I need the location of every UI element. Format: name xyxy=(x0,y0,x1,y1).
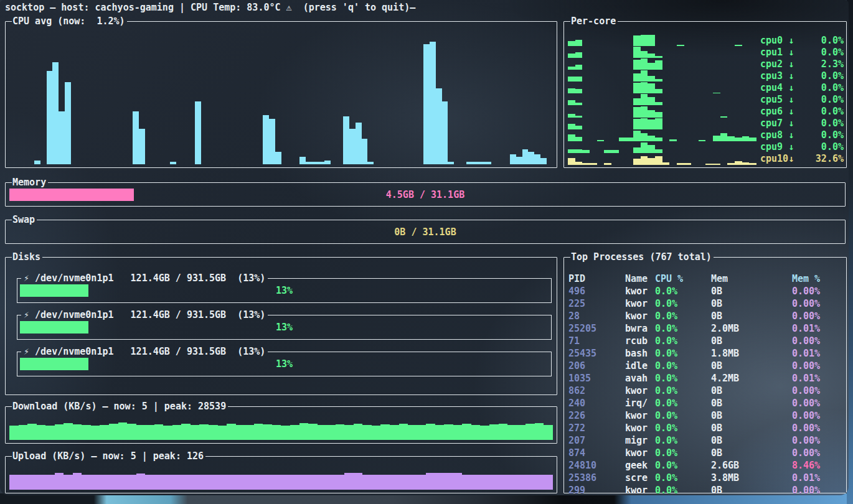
download-title: Download (KB/s) — now: 5 | peak: 28539 xyxy=(12,401,228,412)
cpu-history-bar xyxy=(522,149,529,164)
process-mem-pct: 0.00% xyxy=(792,422,844,434)
processes-panel: Top Processes (767 total) PIDNameCPU %Me… xyxy=(563,251,847,493)
process-mem-pct: 0.00% xyxy=(792,447,844,459)
process-cpu-pct: 0.0% xyxy=(655,385,711,397)
core-history-bar xyxy=(749,163,756,165)
core-history-bar xyxy=(641,35,648,46)
core-label-cpu5: cpu5↓ 0.0% xyxy=(760,94,844,105)
process-mem-pct: 0.01% xyxy=(792,347,844,360)
download-history-bar xyxy=(308,424,318,440)
cpu-history-bar xyxy=(299,157,306,164)
process-column-header: Name xyxy=(625,273,655,285)
process-pid: 71 xyxy=(568,335,625,347)
process-pid: 272 xyxy=(568,422,625,434)
process-pid: 206 xyxy=(568,360,625,372)
download-history-bar xyxy=(290,425,299,440)
cpu-history-bar xyxy=(318,162,324,164)
cpu-history-bar xyxy=(436,88,442,164)
core-name: cpu3 xyxy=(760,70,788,82)
terminal-window[interactable]: socktop — host: cachyos-gaming | CPU Tem… xyxy=(0,0,849,495)
process-mem-pct: 0.00% xyxy=(792,297,844,310)
core-sparkline-cpu3 xyxy=(568,70,756,82)
process-name: kwor xyxy=(625,409,655,422)
disk-gauge: 13% xyxy=(20,284,549,297)
upload-history-bar xyxy=(64,475,73,490)
core-row-cpu0: cpu0↓ 0.0% xyxy=(568,34,844,46)
upload-history-bar xyxy=(489,475,499,490)
process-cpu-pct: 0.0% xyxy=(655,335,711,347)
memory-gauge-label: 4.5GB / 31.1GB xyxy=(9,189,841,201)
process-row: 862kwor0.0%0B0.00% xyxy=(568,385,844,397)
disk-gauge: 13% xyxy=(20,358,549,370)
upload-history-bar xyxy=(9,475,19,490)
process-table: PIDNameCPU %MemMem %496kwor0.0%0B0.00%22… xyxy=(568,273,844,490)
trend-down-icon: ↓ xyxy=(788,153,796,164)
process-column-header: PID xyxy=(568,273,625,285)
process-mem: 0B xyxy=(711,484,792,495)
cpu-history-bar xyxy=(356,123,362,164)
upload-history-bar xyxy=(517,475,526,490)
download-history-bar xyxy=(272,425,281,440)
cpu-history-bar xyxy=(362,139,368,164)
core-history-bar xyxy=(604,163,611,165)
core-history-bar xyxy=(713,136,720,141)
process-cpu-pct: 0.0% xyxy=(655,472,711,484)
download-history-bar xyxy=(9,426,19,440)
core-history-bar xyxy=(641,156,648,165)
process-pid: 25205 xyxy=(568,322,625,335)
upload-history-bar xyxy=(399,475,408,490)
process-pid: 207 xyxy=(568,434,625,447)
download-history-bar xyxy=(507,425,517,440)
core-history-bar xyxy=(705,164,713,165)
core-history-bar xyxy=(641,70,648,82)
process-mem: 0B xyxy=(711,434,792,447)
desktop: socktop — host: cachyos-gaming | CPU Tem… xyxy=(0,0,853,504)
disk-item-label: /dev/nvme0n1p1 121.4GB / 931.5GB (13%) xyxy=(35,273,265,284)
core-name: cpu6 xyxy=(760,106,788,117)
download-history-bar xyxy=(37,425,46,440)
process-name: kwor xyxy=(625,297,655,310)
cpu-history-bar xyxy=(343,116,349,164)
lightning-icon: ⚡ xyxy=(24,346,35,357)
cpu-history-bar xyxy=(516,157,522,164)
core-sparkline-cpu9 xyxy=(568,141,756,153)
core-history-bar xyxy=(641,133,648,141)
core-row-cpu8: cpu8↓ 0.0% xyxy=(568,129,844,141)
per-core-title: Per-core xyxy=(570,16,618,27)
download-history-bar xyxy=(344,425,354,440)
download-history-bar xyxy=(55,424,64,440)
core-sparkline-cpu1 xyxy=(568,46,756,58)
upload-history-bar xyxy=(136,474,146,490)
download-history-bar xyxy=(45,426,55,440)
disk-gauge-label: 13% xyxy=(20,358,549,370)
download-history-bar xyxy=(399,424,408,440)
process-row: 874kwor0.0%0B0.00% xyxy=(568,447,844,459)
process-mem-pct: 0.00% xyxy=(792,285,844,297)
core-label-cpu7: cpu7↓ 0.0% xyxy=(760,118,844,129)
upload-history-bar xyxy=(326,475,336,490)
process-mem: 0B xyxy=(711,297,792,310)
core-history-bar xyxy=(684,163,692,165)
process-mem: 0B xyxy=(711,397,792,409)
process-mem: 0B xyxy=(711,285,792,297)
trend-down-icon: ↓ xyxy=(788,118,796,129)
cpu-history-bar xyxy=(479,162,485,164)
download-chart xyxy=(9,422,553,440)
core-history-bar xyxy=(575,52,583,58)
core-history-bar xyxy=(648,110,655,117)
cpu-history-bar xyxy=(275,152,281,164)
core-sparkline-cpu5 xyxy=(568,93,756,105)
cpu-history-bar xyxy=(263,115,269,164)
download-history-bar xyxy=(380,424,390,440)
download-history-bar xyxy=(453,425,463,440)
upload-history-bar xyxy=(362,475,372,490)
process-name: irq/ xyxy=(625,397,655,409)
core-history-bar xyxy=(655,60,662,70)
process-name: kwor xyxy=(625,385,655,397)
core-label-cpu10: cpu10↓32.6% xyxy=(760,153,844,164)
download-history-bar xyxy=(471,425,481,440)
core-history-bar xyxy=(568,54,575,58)
upload-history-bar xyxy=(19,475,28,490)
cpu-avg-title: CPU avg (now: 1.2%) xyxy=(12,16,127,27)
core-history-bar xyxy=(633,147,641,153)
